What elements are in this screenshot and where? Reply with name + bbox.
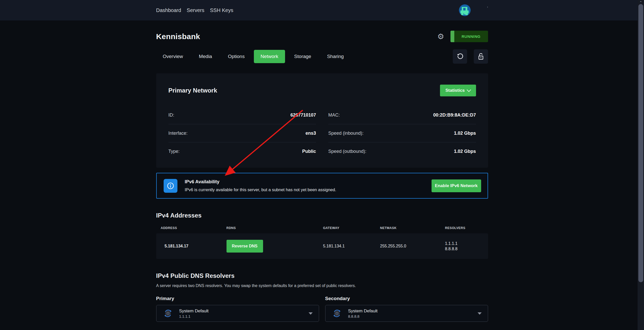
gear-icon[interactable]: ⚙ bbox=[437, 33, 444, 40]
ipv4-address-value: 5.181.134.17 bbox=[161, 244, 227, 248]
primary-network-card: Primary Network Statistics ID: 626771010… bbox=[156, 73, 488, 168]
network-detail-row-mac: MAC: 00:2D:B9:8A:DE:D7 bbox=[328, 106, 476, 124]
status-badge: RUNNING bbox=[450, 31, 488, 42]
resolvers-value: 1.1.1.1 8.8.8.8 bbox=[445, 241, 488, 252]
ipv6-banner-title: IPv6 Availability bbox=[185, 179, 336, 185]
nav-link-ssh-keys[interactable]: SSH Keys bbox=[210, 7, 233, 13]
network-detail-row-type: Type: Public bbox=[168, 142, 316, 161]
scrollbar-up-arrow[interactable]: ⌃ bbox=[638, 1, 644, 4]
secondary-resolver-select[interactable]: System Default 8.8.8.8 bbox=[325, 305, 488, 322]
top-navigation-bar: Dashboard Servers SSH Keys ' bbox=[0, 0, 644, 20]
detail-value: 6267710107 bbox=[290, 112, 316, 118]
pixel-invader-logo-icon bbox=[459, 4, 471, 16]
reverse-dns-button[interactable]: Reverse DNS bbox=[227, 240, 263, 253]
network-detail-row-speed-outbound: Speed (outbound): 1.02 Gbps bbox=[328, 142, 476, 161]
dns-resolvers-heading: IPv4 Public DNS Resolvers bbox=[156, 272, 488, 279]
system-default-icon bbox=[333, 309, 341, 318]
detail-label: Speed (inbound): bbox=[328, 131, 364, 136]
secondary-selected-ip: 8.8.8.8 bbox=[348, 314, 378, 318]
restart-icon bbox=[456, 53, 464, 60]
column-header-resolvers: RESOLVERS bbox=[445, 226, 488, 230]
secondary-resolver-group: Secondary System Default 8.8.8.8 bbox=[325, 296, 488, 322]
ipv4-table-row: 5.181.134.17 Reverse DNS 5.181.134.1 255… bbox=[156, 233, 488, 259]
network-detail-row-interface: Interface: ens3 bbox=[168, 124, 316, 142]
primary-selected-option: System Default bbox=[179, 309, 209, 314]
detail-value: 1.02 Gbps bbox=[454, 131, 476, 136]
page-header: Kennisbank ⚙ RUNNING bbox=[156, 31, 488, 42]
detail-value: ens3 bbox=[306, 131, 316, 136]
detail-label: Type: bbox=[168, 149, 180, 154]
ipv6-banner-message: IPv6 is currently available for this ser… bbox=[185, 187, 336, 192]
tab-network[interactable]: Network bbox=[254, 50, 285, 63]
unlocked-padlock-icon bbox=[477, 53, 485, 60]
ipv6-availability-banner: IPv6 Availability IPv6 is currently avai… bbox=[156, 173, 488, 199]
tab-bar: Overview Media Options Network Storage S… bbox=[156, 49, 488, 64]
nav-link-servers[interactable]: Servers bbox=[187, 7, 204, 13]
detail-label: Speed (outbound): bbox=[328, 149, 366, 154]
statistics-dropdown-button[interactable]: Statistics bbox=[440, 85, 476, 96]
detail-label: Interface: bbox=[168, 131, 188, 136]
status-badge-label: RUNNING bbox=[454, 31, 488, 42]
network-details-right-column: MAC: 00:2D:B9:8A:DE:D7 Speed (inbound): … bbox=[328, 106, 476, 161]
statistics-button-label: Statistics bbox=[445, 88, 465, 93]
lock-server-button[interactable] bbox=[474, 49, 488, 64]
dropdown-caret-icon bbox=[478, 312, 482, 315]
network-details-left-column: ID: 6267710107 Interface: ens3 Type: Pub… bbox=[168, 106, 316, 161]
secondary-selected-option: System Default bbox=[348, 309, 378, 314]
enable-ipv6-button[interactable]: Enable IPv6 Network bbox=[432, 179, 481, 192]
chevron-down-icon bbox=[467, 88, 471, 92]
tab-storage[interactable]: Storage bbox=[288, 50, 318, 63]
column-header-address: ADDRESS bbox=[161, 226, 227, 230]
network-detail-row-speed-inbound: Speed (inbound): 1.02 Gbps bbox=[328, 124, 476, 142]
network-detail-row-id: ID: 6267710107 bbox=[168, 106, 316, 124]
gateway-value: 5.181.134.1 bbox=[323, 244, 380, 248]
column-header-gateway: GATEWAY bbox=[323, 226, 380, 230]
resolver-line-1: 1.1.1.1 bbox=[445, 241, 458, 246]
ipv4-table-header: ADDRESS RDNS GATEWAY NETMASK RESOLVERS bbox=[156, 226, 488, 230]
tab-sharing[interactable]: Sharing bbox=[320, 50, 351, 63]
restart-server-button[interactable] bbox=[453, 49, 467, 64]
scrollbar-thumb[interactable] bbox=[638, 4, 643, 282]
primary-network-title: Primary Network bbox=[168, 87, 217, 94]
account-avatar[interactable] bbox=[459, 4, 471, 16]
tab-media[interactable]: Media bbox=[192, 50, 219, 63]
detail-value: 1.02 Gbps bbox=[454, 149, 476, 154]
page-scrollbar[interactable]: ⌃ bbox=[638, 0, 644, 330]
column-header-netmask: NETMASK bbox=[380, 226, 445, 230]
tab-options[interactable]: Options bbox=[221, 50, 251, 63]
user-menu-caret[interactable]: ' bbox=[487, 6, 488, 11]
dns-resolvers-description: A server requires two DNS resolvers. You… bbox=[156, 283, 488, 288]
detail-value: 00:2D:B9:8A:DE:D7 bbox=[433, 112, 476, 118]
nav-link-dashboard[interactable]: Dashboard bbox=[156, 7, 181, 13]
primary-resolver-label: Primary bbox=[156, 296, 319, 301]
tab-overview[interactable]: Overview bbox=[156, 50, 190, 63]
status-badge-stripe bbox=[450, 31, 454, 42]
page-title: Kennisbank bbox=[156, 32, 200, 41]
detail-label: MAC: bbox=[328, 112, 340, 118]
primary-selected-ip: 1.1.1.1 bbox=[179, 314, 209, 318]
netmask-value: 255.255.255.0 bbox=[380, 244, 445, 248]
system-default-icon bbox=[164, 309, 172, 318]
primary-resolver-select[interactable]: System Default 1.1.1.1 bbox=[156, 305, 319, 322]
detail-value: Public bbox=[302, 149, 316, 154]
main-nav: Dashboard Servers SSH Keys bbox=[156, 7, 233, 13]
info-icon bbox=[164, 179, 177, 193]
secondary-resolver-label: Secondary bbox=[325, 296, 488, 301]
ipv4-addresses-heading: IPv4 Addresses bbox=[156, 212, 488, 219]
resolver-line-2: 8.8.8.8 bbox=[445, 247, 458, 251]
primary-resolver-group: Primary System Default 1.1.1.1 bbox=[156, 296, 319, 322]
detail-label: ID: bbox=[168, 112, 174, 118]
dropdown-caret-icon bbox=[309, 312, 313, 315]
column-header-rdns: RDNS bbox=[227, 226, 323, 230]
